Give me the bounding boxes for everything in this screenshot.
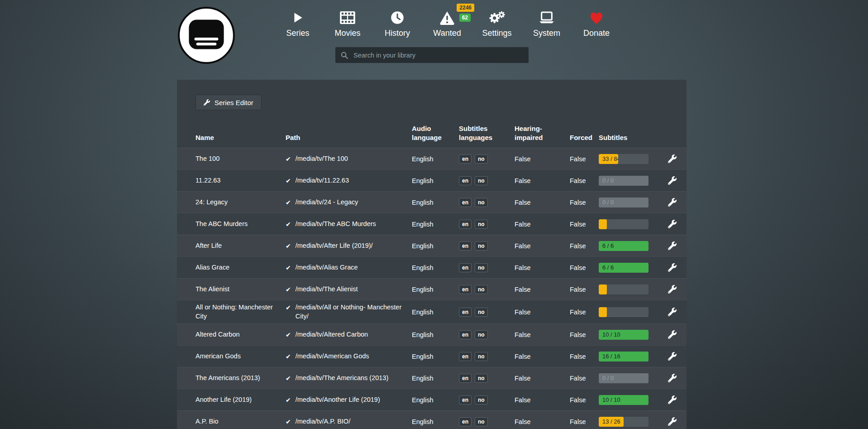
header-subtitles: Subtitles — [599, 133, 662, 142]
nav-item-settings[interactable]: Settings — [476, 9, 518, 38]
wrench-icon[interactable] — [668, 154, 677, 163]
header-path: Path — [286, 133, 412, 142]
forced-value: False — [570, 177, 599, 184]
hearing-impaired-value: False — [515, 308, 570, 316]
subtitles-progress: 13 / 26 — [599, 417, 649, 427]
series-name[interactable]: The Americans (2013) — [196, 371, 286, 386]
row-tools — [662, 241, 677, 250]
nav-label: System — [533, 29, 560, 38]
wrench-icon[interactable] — [668, 220, 677, 228]
series-name[interactable]: Another Life (2019) — [196, 393, 286, 407]
series-name[interactable]: All or Nothing: Manchester City — [196, 300, 286, 323]
audio-language-value: English — [412, 396, 459, 404]
path-text: /media/tv/Altered Carbon — [296, 330, 368, 339]
row-tools — [662, 176, 677, 185]
wrench-icon[interactable] — [668, 374, 677, 382]
nav-item-donate[interactable]: Donate — [576, 9, 617, 38]
path-text: /media/tv/After Life (2019)/ — [296, 241, 373, 251]
language-badge: en — [459, 417, 472, 426]
subtitle-language-badges: enno — [459, 154, 515, 164]
table-row: American Gods ✔ /media/tv/American Gods … — [177, 345, 687, 367]
wrench-icon[interactable] — [668, 352, 677, 361]
series-name[interactable]: The ABC Murders — [196, 217, 286, 231]
path-text: /media/tv/The Alienist — [296, 285, 358, 294]
series-table-body: The 100 ✔ /media/tv/The 100 English enno… — [177, 148, 687, 429]
audio-language-value: English — [412, 242, 459, 250]
language-badge: no — [475, 198, 488, 207]
series-name[interactable]: Altered Carbon — [196, 328, 286, 342]
audio-language-value: English — [412, 308, 459, 316]
nav-item-wanted[interactable]: 2246 62 Wanted — [426, 9, 468, 38]
series-path: ✔ /media/tv/After Life (2019)/ — [286, 239, 412, 253]
language-badge: en — [459, 176, 472, 185]
wrench-icon[interactable] — [668, 176, 677, 185]
language-badge: en — [459, 241, 472, 251]
series-name[interactable]: Alias Grace — [196, 260, 286, 275]
check-icon: ✔ — [286, 396, 291, 405]
hearing-impaired-value: False — [515, 155, 570, 163]
forced-value: False — [570, 375, 599, 382]
path-text: /media/tv/American Gods — [296, 352, 369, 361]
search-input[interactable] — [353, 51, 523, 59]
wrench-icon[interactable] — [668, 395, 677, 404]
heart-icon — [589, 9, 604, 26]
wrench-icon[interactable] — [668, 263, 677, 272]
table-row: The 100 ✔ /media/tv/The 100 English enno… — [177, 148, 687, 169]
series-name[interactable]: 11.22.63 — [196, 174, 286, 188]
path-text: /media/tv/A.P. BIO/ — [296, 417, 350, 426]
nav-item-series[interactable]: Series — [277, 9, 319, 38]
nav-item-movies[interactable]: Movies — [327, 9, 368, 38]
wrench-icon[interactable] — [668, 330, 677, 339]
play-icon — [292, 9, 304, 26]
table-row: The Americans (2013) ✔ /media/tv/The Ame… — [177, 367, 687, 389]
subtitles-progress-fill — [599, 176, 602, 186]
subtitles-progress: 10 / 10 — [599, 330, 649, 340]
series-path: ✔ /media/tv/Another Life (2019) — [286, 393, 412, 407]
app-logo[interactable] — [177, 6, 236, 65]
table-row: 24: Legacy ✔ /media/tv/24 - Legacy Engli… — [177, 191, 687, 213]
subtitles-cell — [599, 284, 662, 294]
wrench-icon[interactable] — [668, 417, 677, 426]
table-row: All or Nothing: Manchester City ✔ /media… — [177, 300, 687, 323]
path-text: /media/tv/The 100 — [296, 154, 348, 164]
subtitles-cell — [599, 307, 662, 317]
row-tools — [662, 395, 677, 404]
series-name[interactable]: A.P. Bio — [196, 415, 286, 429]
forced-value: False — [570, 264, 599, 271]
row-tools — [662, 308, 677, 316]
table-row: The ABC Murders ✔ /media/tv/The ABC Murd… — [177, 213, 687, 235]
wrench-icon[interactable] — [668, 308, 677, 316]
language-badge: no — [475, 241, 488, 251]
table-row: Alias Grace ✔ /media/tv/Alias Grace Engl… — [177, 256, 687, 278]
nav-label: Wanted — [433, 29, 461, 38]
check-icon: ✔ — [286, 331, 291, 339]
nav-item-history[interactable]: History — [377, 9, 418, 38]
series-name[interactable]: After Life — [196, 239, 286, 253]
subtitles-progress-fill: 10 / 10 — [599, 395, 649, 405]
wrench-icon[interactable] — [668, 285, 677, 294]
nav-item-system[interactable]: System — [526, 9, 568, 38]
wrench-icon[interactable] — [668, 198, 677, 207]
series-editor-button[interactable]: Series Editor — [196, 95, 262, 110]
path-text: /media/tv/All or Nothing- Manchester Cit… — [296, 303, 406, 321]
series-name[interactable]: 24: Legacy — [196, 195, 286, 210]
series-name[interactable]: The 100 — [196, 152, 286, 166]
forced-value: False — [570, 331, 599, 338]
wrench-icon[interactable] — [668, 241, 677, 250]
table-row: A.P. Bio ✔ /media/tv/A.P. BIO/ English e… — [177, 410, 687, 429]
series-name[interactable]: The Alienist — [196, 282, 286, 297]
nav-label: Series — [286, 29, 309, 38]
table-row: 11.22.63 ✔ /media/tv/11.22.63 English en… — [177, 169, 687, 191]
path-text: /media/tv/24 - Legacy — [296, 198, 358, 207]
check-icon: ✔ — [286, 264, 291, 272]
check-icon: ✔ — [286, 304, 291, 312]
check-icon: ✔ — [286, 418, 291, 426]
subtitles-progress-fill — [599, 219, 607, 229]
series-name[interactable]: American Gods — [196, 349, 286, 364]
forced-value: False — [570, 155, 599, 163]
forced-value: False — [570, 221, 599, 228]
series-path: ✔ /media/tv/The ABC Murders — [286, 217, 412, 231]
subtitle-language-badges: enno — [459, 263, 515, 272]
row-tools — [662, 417, 677, 426]
language-badge: no — [475, 263, 488, 272]
